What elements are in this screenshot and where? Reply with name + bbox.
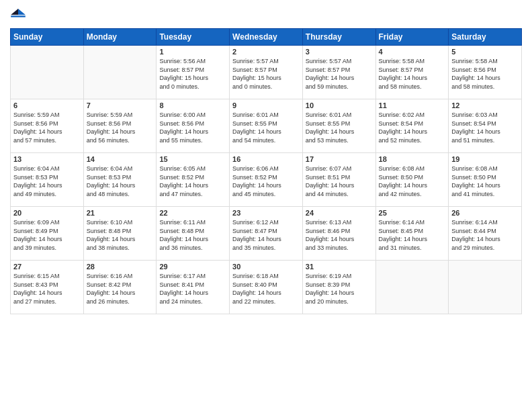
weekday-header-row: SundayMondayTuesdayWednesdayThursdayFrid…: [11, 29, 522, 46]
week-row-4: 20 Sunrise: 6:09 AMSunset: 8:49 PMDaylig…: [11, 207, 522, 261]
day-info: Sunrise: 6:06 AMSunset: 8:52 PMDaylight:…: [232, 165, 300, 198]
day-info: Sunrise: 5:57 AMSunset: 8:57 PMDaylight:…: [306, 57, 373, 91]
day-number: 15: [159, 155, 226, 163]
calendar-cell: 2 Sunrise: 5:57 AMSunset: 8:57 PMDayligh…: [230, 46, 303, 99]
calendar-cell: 4 Sunrise: 5:58 AMSunset: 8:57 PMDayligh…: [375, 46, 449, 99]
day-number: 14: [87, 155, 154, 163]
day-number: 23: [232, 209, 300, 217]
calendar-cell: 16 Sunrise: 6:06 AMSunset: 8:52 PMDaylig…: [230, 153, 303, 207]
day-info: Sunrise: 6:11 AMSunset: 8:48 PMDaylight:…: [159, 218, 226, 252]
day-info: Sunrise: 6:00 AMSunset: 8:56 PMDaylight:…: [159, 111, 226, 144]
day-number: 31: [306, 263, 373, 271]
day-number: 22: [159, 209, 226, 217]
calendar-cell: 29 Sunrise: 6:17 AMSunset: 8:41 PMDaylig…: [157, 261, 230, 314]
day-number: 2: [232, 48, 300, 56]
day-number: 5: [451, 48, 519, 56]
day-info: Sunrise: 6:08 AMSunset: 8:50 PMDaylight:…: [379, 165, 446, 198]
day-info: Sunrise: 6:19 AMSunset: 8:39 PMDaylight:…: [306, 272, 373, 306]
svg-rect-3: [11, 15, 26, 17]
calendar-cell: 6 Sunrise: 5:59 AMSunset: 8:56 PMDayligh…: [11, 99, 84, 153]
week-row-3: 13 Sunrise: 6:04 AMSunset: 8:53 PMDaylig…: [11, 153, 522, 207]
calendar-cell: 8 Sunrise: 6:00 AMSunset: 8:56 PMDayligh…: [157, 99, 230, 153]
calendar: SundayMondayTuesdayWednesdayThursdayFrid…: [10, 28, 522, 314]
day-number: 9: [232, 101, 300, 109]
day-info: Sunrise: 6:14 AMSunset: 8:45 PMDaylight:…: [379, 218, 446, 252]
day-number: 20: [13, 209, 81, 217]
day-number: 29: [159, 263, 226, 271]
calendar-cell: 28 Sunrise: 6:16 AMSunset: 8:42 PMDaylig…: [83, 261, 157, 314]
calendar-cell: 22 Sunrise: 6:11 AMSunset: 8:48 PMDaylig…: [157, 207, 230, 261]
week-row-1: 1 Sunrise: 5:56 AMSunset: 8:57 PMDayligh…: [11, 46, 522, 99]
day-number: 26: [451, 209, 519, 217]
day-number: 12: [451, 101, 519, 109]
day-info: Sunrise: 5:56 AMSunset: 8:57 PMDaylight:…: [159, 57, 226, 91]
calendar-cell: 21 Sunrise: 6:10 AMSunset: 8:48 PMDaylig…: [83, 207, 157, 261]
day-number: 18: [379, 155, 446, 163]
calendar-cell: 11 Sunrise: 6:02 AMSunset: 8:54 PMDaylig…: [375, 99, 449, 153]
week-row-2: 6 Sunrise: 5:59 AMSunset: 8:56 PMDayligh…: [11, 99, 522, 153]
calendar-cell: 20 Sunrise: 6:09 AMSunset: 8:49 PMDaylig…: [11, 207, 84, 261]
logo-icon: [10, 7, 26, 23]
day-number: 24: [306, 209, 373, 217]
header: [10, 7, 522, 23]
calendar-cell: 26 Sunrise: 6:14 AMSunset: 8:44 PMDaylig…: [449, 207, 522, 261]
weekday-header-friday: Friday: [375, 29, 449, 46]
day-number: 27: [13, 263, 81, 271]
calendar-cell: 17 Sunrise: 6:07 AMSunset: 8:51 PMDaylig…: [302, 153, 375, 207]
calendar-cell: [375, 261, 449, 314]
weekday-header-sunday: Sunday: [11, 29, 84, 46]
calendar-cell: 31 Sunrise: 6:19 AMSunset: 8:39 PMDaylig…: [302, 261, 375, 314]
calendar-cell: [449, 261, 522, 314]
calendar-cell: 10 Sunrise: 6:01 AMSunset: 8:55 PMDaylig…: [302, 99, 375, 153]
day-info: Sunrise: 6:07 AMSunset: 8:51 PMDaylight:…: [306, 165, 373, 198]
calendar-cell: 23 Sunrise: 6:12 AMSunset: 8:47 PMDaylig…: [230, 207, 303, 261]
calendar-cell: 27 Sunrise: 6:15 AMSunset: 8:43 PMDaylig…: [11, 261, 84, 314]
page: SundayMondayTuesdayWednesdayThursdayFrid…: [0, 0, 532, 411]
calendar-cell: 24 Sunrise: 6:13 AMSunset: 8:46 PMDaylig…: [302, 207, 375, 261]
day-info: Sunrise: 6:12 AMSunset: 8:47 PMDaylight:…: [232, 218, 300, 252]
day-number: 6: [13, 101, 81, 109]
day-info: Sunrise: 6:10 AMSunset: 8:48 PMDaylight:…: [87, 218, 154, 252]
day-number: 1: [159, 48, 226, 56]
day-number: 30: [232, 263, 300, 271]
calendar-cell: [83, 46, 157, 99]
day-info: Sunrise: 6:15 AMSunset: 8:43 PMDaylight:…: [13, 272, 81, 306]
calendar-cell: 30 Sunrise: 6:18 AMSunset: 8:40 PMDaylig…: [230, 261, 303, 314]
calendar-cell: 19 Sunrise: 6:08 AMSunset: 8:50 PMDaylig…: [449, 153, 522, 207]
day-number: 7: [87, 101, 154, 109]
day-info: Sunrise: 5:59 AMSunset: 8:56 PMDaylight:…: [13, 111, 81, 144]
weekday-header-thursday: Thursday: [302, 29, 375, 46]
day-number: 17: [306, 155, 373, 163]
day-number: 11: [379, 101, 446, 109]
calendar-cell: 5 Sunrise: 5:58 AMSunset: 8:56 PMDayligh…: [449, 46, 522, 99]
calendar-cell: 1 Sunrise: 5:56 AMSunset: 8:57 PMDayligh…: [157, 46, 230, 99]
day-info: Sunrise: 6:18 AMSunset: 8:40 PMDaylight:…: [232, 272, 300, 306]
calendar-cell: 12 Sunrise: 6:03 AMSunset: 8:54 PMDaylig…: [449, 99, 522, 153]
day-info: Sunrise: 6:13 AMSunset: 8:46 PMDaylight:…: [306, 218, 373, 252]
day-number: 25: [379, 209, 446, 217]
calendar-cell: 9 Sunrise: 6:01 AMSunset: 8:55 PMDayligh…: [230, 99, 303, 153]
day-info: Sunrise: 6:17 AMSunset: 8:41 PMDaylight:…: [159, 272, 226, 306]
day-info: Sunrise: 6:04 AMSunset: 8:53 PMDaylight:…: [13, 165, 81, 198]
calendar-cell: 25 Sunrise: 6:14 AMSunset: 8:45 PMDaylig…: [375, 207, 449, 261]
calendar-cell: 14 Sunrise: 6:04 AMSunset: 8:53 PMDaylig…: [83, 153, 157, 207]
day-number: 13: [13, 155, 81, 163]
weekday-header-tuesday: Tuesday: [157, 29, 230, 46]
calendar-cell: 13 Sunrise: 6:04 AMSunset: 8:53 PMDaylig…: [11, 153, 84, 207]
day-info: Sunrise: 5:57 AMSunset: 8:57 PMDaylight:…: [232, 57, 300, 91]
day-info: Sunrise: 5:58 AMSunset: 8:57 PMDaylight:…: [379, 57, 446, 91]
calendar-cell: 7 Sunrise: 5:59 AMSunset: 8:56 PMDayligh…: [83, 99, 157, 153]
week-row-5: 27 Sunrise: 6:15 AMSunset: 8:43 PMDaylig…: [11, 261, 522, 314]
day-info: Sunrise: 6:14 AMSunset: 8:44 PMDaylight:…: [451, 218, 519, 252]
day-info: Sunrise: 6:01 AMSunset: 8:55 PMDaylight:…: [306, 111, 373, 144]
day-info: Sunrise: 6:16 AMSunset: 8:42 PMDaylight:…: [87, 272, 154, 306]
day-info: Sunrise: 6:02 AMSunset: 8:54 PMDaylight:…: [379, 111, 446, 144]
day-number: 3: [306, 48, 373, 56]
day-info: Sunrise: 6:04 AMSunset: 8:53 PMDaylight:…: [87, 165, 154, 198]
calendar-cell: 18 Sunrise: 6:08 AMSunset: 8:50 PMDaylig…: [375, 153, 449, 207]
day-number: 21: [87, 209, 154, 217]
day-number: 4: [379, 48, 446, 56]
day-info: Sunrise: 6:05 AMSunset: 8:52 PMDaylight:…: [159, 165, 226, 198]
day-info: Sunrise: 5:58 AMSunset: 8:56 PMDaylight:…: [451, 57, 519, 91]
calendar-cell: 3 Sunrise: 5:57 AMSunset: 8:57 PMDayligh…: [302, 46, 375, 99]
